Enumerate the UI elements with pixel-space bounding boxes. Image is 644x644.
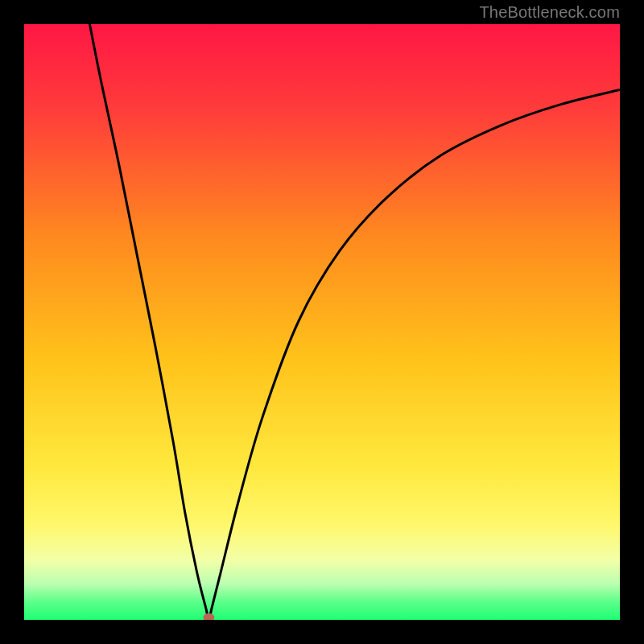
plot-area (24, 24, 620, 620)
curve-layer (24, 24, 620, 620)
chart-stage: TheBottleneck.com (0, 0, 644, 644)
watermark-text: TheBottleneck.com (479, 3, 620, 22)
bottleneck-curve (89, 24, 620, 620)
minimum-marker (203, 613, 214, 620)
